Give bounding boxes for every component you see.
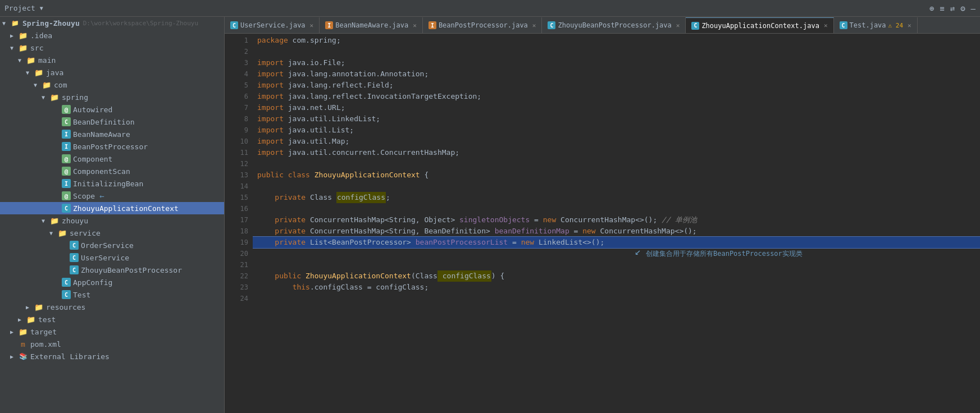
- sync-icon[interactable]: ⇄: [950, 4, 955, 13]
- code-line-11: import java.util.concurrent.ConcurrentHa…: [253, 147, 980, 158]
- code-line-13: public class ZhouyuApplicationContext {: [253, 169, 980, 181]
- tab-bar: C UserService.java ✕ I BeanNameAware.jav…: [225, 17, 980, 34]
- tab-userservice[interactable]: C UserService.java ✕: [225, 17, 320, 33]
- class-icon: C: [70, 253, 79, 262]
- code-line-19: private List<BeanPostProcessor> beanPost…: [253, 237, 980, 248]
- arrow-icon: ▼: [42, 94, 49, 100]
- initializingbean-label: InitializingBean: [73, 180, 143, 188]
- sidebar-item-zhouyuappcontext[interactable]: C ZhouyuApplicationContext: [0, 202, 224, 214]
- tab-icon-beannameaware: I: [325, 21, 333, 29]
- tab-zhouyubpp[interactable]: C ZhouyuBeanPostProcessor.java ✕: [542, 17, 686, 33]
- annotation-icon: @: [62, 191, 71, 200]
- tab-beanpostprocessor[interactable]: I BeanPostProcessor.java ✕: [423, 17, 543, 33]
- component-label: Component: [73, 155, 112, 163]
- folder-icon: 📁: [18, 327, 28, 336]
- sidebar-item-zhouyu[interactable]: ▼ 📁 zhouyu: [0, 214, 224, 227]
- tab-label-beannameaware: BeanNameAware.java: [335, 21, 408, 29]
- arrow-icon: ▼: [26, 70, 34, 76]
- annotation-text: 创建集合用于存储所有BeanPostProcessor实现类: [646, 248, 803, 259]
- sidebar-item-com[interactable]: ▼ 📁 com: [0, 79, 224, 91]
- sidebar-item-main[interactable]: ▼ 📁 main: [0, 54, 224, 66]
- project-label[interactable]: Project: [4, 4, 35, 12]
- build-icon[interactable]: ⊕: [929, 4, 934, 13]
- project-dropdown-arrow[interactable]: ▼: [40, 5, 43, 11]
- sidebar-item-target[interactable]: ▶ 📁 target: [0, 325, 224, 338]
- userservice-label: UserService: [81, 254, 129, 262]
- folder-icon: 📁: [34, 302, 44, 311]
- sidebar-item-test[interactable]: C Test: [0, 288, 224, 301]
- com-label: com: [54, 81, 67, 89]
- test-folder-label: test: [38, 315, 56, 324]
- folder-icon: 📁: [34, 68, 44, 77]
- annotation-icon: @: [62, 167, 71, 176]
- beannameaware-label: BeanNameAware: [73, 130, 130, 139]
- settings-icon[interactable]: ⚙: [960, 4, 965, 13]
- tab-icon-zhouyuappcontext: C: [691, 22, 699, 30]
- sidebar-item-beanpostprocessor[interactable]: I BeanPostProcessor: [0, 140, 224, 153]
- arrow-icon: ▶: [18, 316, 26, 323]
- editor-area: C UserService.java ✕ I BeanNameAware.jav…: [225, 17, 980, 413]
- code-content[interactable]: package com.spring; import java.io.File;…: [253, 34, 980, 413]
- code-line-8: import java.util.LinkedList;: [253, 113, 980, 125]
- beanpostprocessor-label: BeanPostProcessor: [73, 143, 148, 151]
- orderservice-label: OrderService: [81, 241, 134, 250]
- tab-close-zhouyubpp[interactable]: ✕: [676, 22, 680, 29]
- sidebar-item-resources[interactable]: ▶ 📁 resources: [0, 301, 224, 313]
- tab-beannameaware[interactable]: I BeanNameAware.java ✕: [320, 17, 423, 33]
- tab-label-zhouyuappcontext: ZhouyuApplicationContext.java: [701, 22, 819, 30]
- sidebar: ▼ 📁 Spring-Zhouyu D:\work\workspace\Spri…: [0, 17, 225, 413]
- tab-close-userservice[interactable]: ✕: [310, 22, 314, 29]
- sidebar-item-orderservice[interactable]: C OrderService: [0, 239, 224, 251]
- sidebar-item-idea[interactable]: ▶ 📁 .idea: [0, 29, 224, 42]
- zhouyu-label: zhouyu: [62, 217, 88, 225]
- arrow-icon: ▶: [10, 329, 18, 335]
- sidebar-item-appconfig[interactable]: C AppConfig: [0, 276, 224, 288]
- sidebar-item-extlibs[interactable]: ▶ 📚 External Libraries: [0, 350, 224, 362]
- sidebar-item-initializingbean[interactable]: I InitializingBean: [0, 177, 224, 190]
- tab-zhouyuappcontext[interactable]: C ZhouyuApplicationContext.java ✕: [686, 17, 833, 33]
- code-line-17: private ConcurrentHashMap<String, Object…: [253, 214, 980, 226]
- sidebar-item-autowired[interactable]: @ Autowired: [0, 103, 224, 116]
- class-icon: C: [70, 265, 79, 274]
- code-line-14: [253, 181, 980, 192]
- sidebar-item-scope[interactable]: @ Scope ←: [0, 190, 224, 202]
- main-layout: ▼ 📁 Spring-Zhouyu D:\work\workspace\Spri…: [0, 17, 980, 413]
- tab-close-test[interactable]: ✕: [908, 22, 911, 29]
- code-line-24: [253, 293, 980, 304]
- beandefinition-label: BeanDefinition: [73, 118, 135, 126]
- appconfig-label: AppConfig: [73, 278, 112, 287]
- sidebar-item-pomxml[interactable]: m pom.xml: [0, 338, 224, 350]
- sidebar-item-zhouyubpp[interactable]: C ZhouyuBeanPostProcessor: [0, 264, 224, 276]
- tab-close-zhouyuappcontext[interactable]: ✕: [824, 22, 828, 29]
- annotation-icon: @: [62, 105, 71, 114]
- sidebar-item-test-folder[interactable]: ▶ 📁 test: [0, 313, 224, 325]
- sidebar-item-beannameaware[interactable]: I BeanNameAware: [0, 128, 224, 140]
- sidebar-item-spring-zhouyu[interactable]: ▼ 📁 Spring-Zhouyu D:\work\workspace\Spri…: [0, 17, 224, 29]
- sidebar-item-component[interactable]: @ Component: [0, 153, 224, 165]
- tab-test[interactable]: C Test.java ⚠ 24 ✕: [834, 17, 918, 33]
- spring-label: spring: [62, 93, 88, 102]
- tab-close-beannameaware[interactable]: ✕: [413, 22, 417, 29]
- sidebar-item-userservice[interactable]: C UserService: [0, 251, 224, 264]
- arrow-icon: ▼: [49, 230, 57, 236]
- annotation-icon: @: [62, 154, 71, 163]
- zhouyubpp-label: ZhouyuBeanPostProcessor: [81, 266, 182, 274]
- minimize-icon[interactable]: —: [971, 4, 976, 13]
- code-line-15: private Class configClass;: [253, 192, 980, 203]
- tab-icon-userservice: C: [230, 21, 238, 29]
- tab-icon-bpp: I: [429, 21, 436, 29]
- main-label: main: [38, 56, 56, 65]
- tab-close-bpp[interactable]: ✕: [532, 22, 536, 29]
- extlibs-label: External Libraries: [30, 352, 110, 361]
- sidebar-item-spring[interactable]: ▼ 📁 spring: [0, 91, 224, 103]
- sidebar-item-beandefinition[interactable]: C BeanDefinition: [0, 116, 224, 128]
- arrow-icon: ▼: [10, 45, 18, 51]
- class-icon: C: [62, 117, 71, 126]
- sidebar-item-java[interactable]: ▼ 📁 java: [0, 66, 224, 79]
- sidebar-item-service[interactable]: ▼ 📁 service: [0, 227, 224, 239]
- resources-label: resources: [46, 303, 85, 311]
- structure-icon[interactable]: ≡: [940, 4, 944, 13]
- target-label: target: [30, 328, 57, 336]
- sidebar-item-componentscan[interactable]: @ ComponentScan: [0, 165, 224, 177]
- sidebar-item-src[interactable]: ▼ 📁 src: [0, 42, 224, 54]
